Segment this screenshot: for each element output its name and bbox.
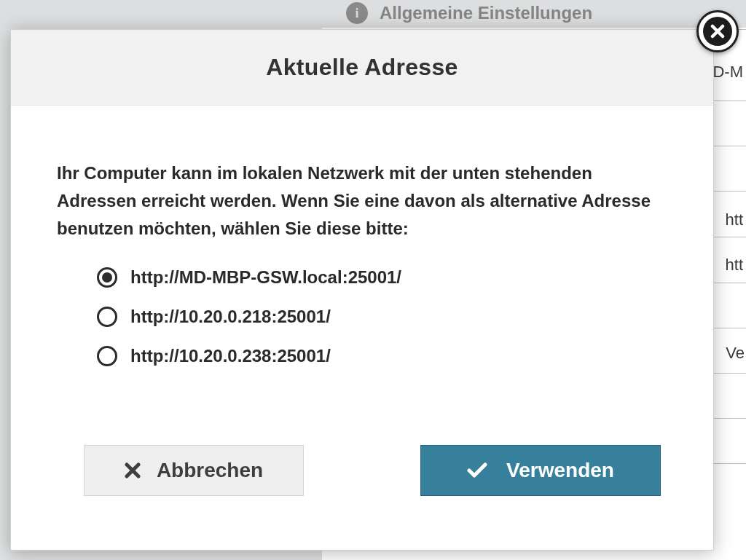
modal-title: Aktuelle Adresse — [266, 54, 458, 81]
cancel-button[interactable]: Abbrechen — [84, 445, 304, 496]
address-option-label: http://MD-MBP-GSW.local:25001/ — [130, 267, 401, 288]
general-settings-label: Allgemeine Einstellungen — [380, 3, 592, 23]
use-button[interactable]: Verwenden — [420, 445, 661, 496]
address-option-label: http://10.20.0.218:25001/ — [130, 307, 331, 327]
close-icon — [125, 462, 141, 478]
modal-close-button[interactable] — [696, 10, 739, 52]
bg-text: D-M — [712, 63, 743, 82]
check-icon — [467, 462, 487, 478]
radio-icon — [97, 346, 117, 366]
address-option-label: http://10.20.0.238:25001/ — [130, 346, 331, 366]
radio-icon — [97, 267, 117, 288]
general-settings-heading: i Allgemeine Einstellungen — [346, 2, 592, 24]
modal-body: Ihr Computer kann im lokalen Netzwerk mi… — [11, 106, 713, 445]
address-option-1[interactable]: http://10.20.0.218:25001/ — [97, 307, 670, 327]
radio-icon — [97, 307, 117, 327]
use-button-label: Verwenden — [506, 459, 614, 482]
address-option-2[interactable]: http://10.20.0.238:25001/ — [97, 346, 670, 366]
modal-header: Aktuelle Adresse — [11, 30, 713, 106]
info-icon: i — [346, 2, 368, 24]
address-option-0[interactable]: http://MD-MBP-GSW.local:25001/ — [97, 267, 670, 288]
cancel-button-label: Abbrechen — [157, 459, 263, 482]
modal-description: Ihr Computer kann im lokalen Netzwerk mi… — [57, 159, 670, 242]
modal-actions: Abbrechen Verwenden — [11, 445, 713, 550]
close-icon — [703, 17, 732, 46]
address-radio-group: http://MD-MBP-GSW.local:25001/ http://10… — [57, 267, 670, 366]
address-modal: Aktuelle Adresse Ihr Computer kann im lo… — [10, 29, 714, 551]
bg-text: htt — [726, 210, 743, 229]
bg-text: htt — [726, 256, 743, 275]
bg-text: Ve — [726, 344, 745, 363]
